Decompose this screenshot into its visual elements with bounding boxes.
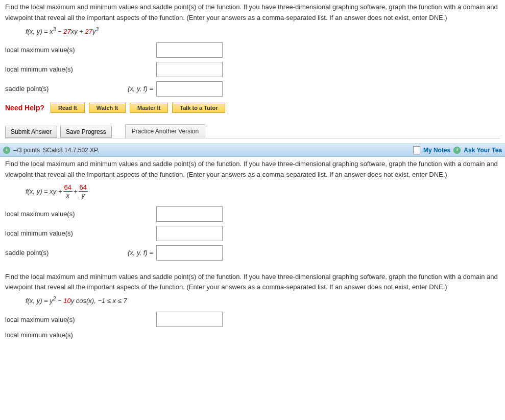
- q1-localmin-input[interactable]: [156, 62, 223, 77]
- action-row: Submit Answer Save Progress Practice Ano…: [5, 124, 500, 138]
- q2-saddle-mid: (x, y, f) =: [107, 249, 156, 256]
- q3-localmax-label: local maximum value(s): [5, 316, 107, 323]
- q1-saddle-label: saddle point(s): [5, 85, 107, 92]
- q1-saddle-mid: (x, y, f) =: [107, 85, 156, 92]
- q2-localmax-label: local maximum value(s): [5, 210, 107, 218]
- talk-tutor-button[interactable]: Talk to a Tutor: [172, 103, 225, 113]
- question-header: + –/3 points SCalc8 14.7.502.XP. My Note…: [0, 144, 505, 157]
- q1-localmax-label: local maximum value(s): [5, 46, 107, 54]
- q2-localmin-row: local minimum value(s): [5, 226, 500, 241]
- need-help-label: Need Help?: [5, 104, 44, 112]
- q2-localmin-label: local minimum value(s): [5, 229, 107, 237]
- q3-localmin-row: local minimum value(s): [5, 331, 500, 339]
- q3-localmax-row: local maximum value(s): [5, 312, 500, 327]
- q3-prompt: Find the local maximum and minimum value…: [5, 272, 500, 293]
- q1-localmin-label: local minimum value(s): [5, 65, 107, 73]
- q2-prompt: Find the local maximum and minimum value…: [5, 159, 500, 180]
- note-icon[interactable]: [413, 146, 420, 154]
- read-it-button[interactable]: Read It: [51, 103, 85, 113]
- q1-prompt: Find the local maximum and minimum value…: [5, 2, 500, 24]
- expand-icon[interactable]: +: [3, 147, 10, 154]
- q2-localmax-input[interactable]: [156, 206, 223, 222]
- q2-frac1: 64 x: [63, 183, 73, 199]
- question-3: Find the local maximum and minimum value…: [0, 270, 505, 348]
- q1-localmin-row: local minimum value(s): [5, 62, 500, 77]
- q1-saddle-row: saddle point(s) (x, y, f) =: [5, 81, 500, 97]
- my-notes-link[interactable]: My Notes: [423, 147, 450, 154]
- q1-localmax-input[interactable]: [156, 42, 223, 58]
- save-progress-button[interactable]: Save Progress: [60, 126, 112, 138]
- master-it-button[interactable]: Master It: [130, 103, 168, 113]
- q3-localmax-input[interactable]: [156, 312, 223, 327]
- q2-localmin-input[interactable]: [156, 226, 223, 241]
- ask-teacher-link[interactable]: Ask Your Tea: [464, 147, 502, 154]
- ref-label: SCalc8 14.7.502.XP.: [43, 147, 99, 154]
- q2-saddle-label: saddle point(s): [5, 249, 107, 256]
- q2-saddle-input[interactable]: [156, 245, 223, 261]
- watch-it-button[interactable]: Watch It: [89, 103, 126, 113]
- q1-localmax-row: local maximum value(s): [5, 42, 500, 58]
- practice-another-button[interactable]: Practice Another Version: [125, 124, 205, 138]
- q2-frac2: 64 y: [79, 183, 88, 199]
- submit-answer-button[interactable]: Submit Answer: [5, 126, 57, 138]
- q3-localmin-label: local minimum value(s): [5, 331, 107, 339]
- q2-localmax-row: local maximum value(s): [5, 206, 500, 222]
- q3-formula: f(x, y) = y2 − 10y cos(x), −1 ≤ x ≤ 7: [26, 296, 500, 305]
- plus-icon[interactable]: +: [453, 147, 461, 154]
- points-label: –/3 points: [13, 147, 40, 154]
- q1-saddle-input[interactable]: [156, 81, 223, 97]
- q2-formula: f(x, y) = xy + 64 x + 64 y: [26, 183, 500, 199]
- question-2: Find the local maximum and minimum value…: [0, 157, 505, 270]
- need-help-row: Need Help? Read It Watch It Master It Ta…: [5, 103, 500, 113]
- q2-saddle-row: saddle point(s) (x, y, f) =: [5, 245, 500, 261]
- question-1: Find the local maximum and minimum value…: [0, 0, 505, 144]
- q1-formula: f(x, y) = x3 − 27xy + 27y3: [26, 27, 500, 35]
